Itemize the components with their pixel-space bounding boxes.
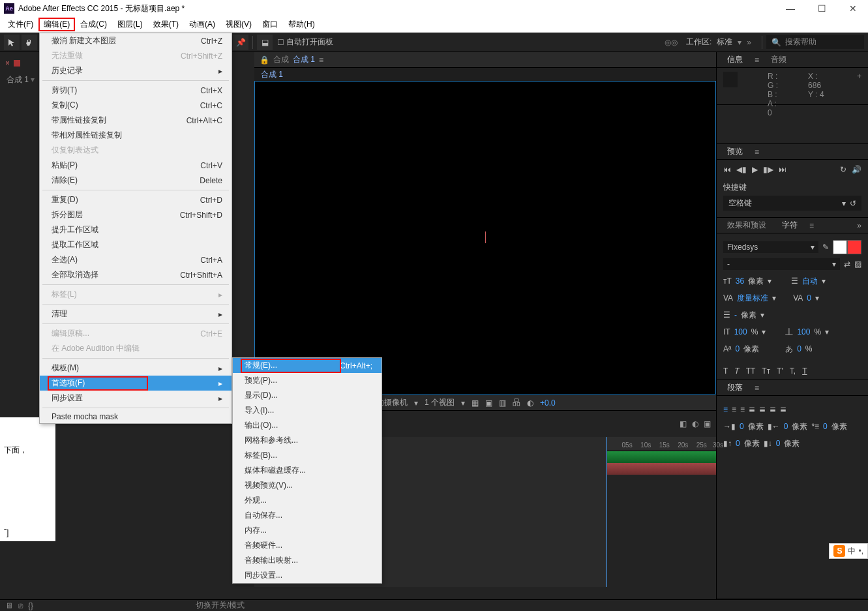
italic-button[interactable]: T [734, 366, 739, 376]
menu-item[interactable]: 撤消 新建文本图层Ctrl+Z [40, 33, 232, 48]
mute-icon[interactable]: 🔊 [852, 165, 861, 174]
menu-item[interactable]: 媒体和磁盘缓存... [233, 463, 382, 478]
menu-item[interactable]: 显示(D)... [233, 388, 382, 403]
menu-item[interactable]: 音频输出映射... [233, 553, 382, 568]
tl-opt-icon[interactable]: ▣ [704, 419, 711, 428]
prev-frame-icon[interactable]: ◀▮ [736, 165, 747, 174]
close-icon[interactable]: × [5, 59, 10, 68]
panel-menu-icon[interactable]: ≡ [755, 55, 759, 65]
workspace-more-icon[interactable]: » [747, 38, 751, 47]
ime-badge[interactable]: S 中 •, [829, 543, 868, 559]
menu-item[interactable]: 复制(C)Ctrl+C [40, 98, 232, 113]
pin-tool-icon[interactable]: 📌 [233, 35, 248, 50]
workspace-select[interactable]: 标准 [717, 37, 732, 48]
menu-item[interactable]: Paste mocha mask [40, 410, 232, 423]
menu-item[interactable]: 粘贴(P)Ctrl+V [40, 158, 232, 173]
vscale-value[interactable]: 100 [734, 327, 747, 336]
kerning-value[interactable]: 度量标准 [737, 293, 768, 304]
hand-tool-icon[interactable] [22, 35, 37, 50]
menu-item[interactable]: 预览(P)... [233, 373, 382, 388]
layer-track[interactable] [606, 451, 716, 463]
layer-track[interactable] [606, 463, 716, 475]
panel-lock-icon[interactable]: 🔒 [260, 55, 269, 65]
switches-modes-toggle[interactable]: 切换开关/模式 [196, 600, 245, 611]
menu-composition[interactable]: 合成(C) [75, 18, 112, 31]
tab-paragraph[interactable]: 段落 [723, 381, 747, 395]
indent-first-value[interactable]: 0 [823, 422, 828, 431]
menu-item[interactable]: 清除(E)Delete [40, 173, 232, 188]
exposure-value[interactable]: +0.0 [540, 398, 556, 408]
menu-view[interactable]: 视图(V) [220, 18, 257, 31]
indent-right-value[interactable]: 0 [784, 422, 788, 431]
fill-color[interactable] [833, 240, 847, 254]
play-icon[interactable]: ▶ [752, 165, 758, 174]
grid-icon[interactable]: ▦ [471, 398, 479, 408]
indent-left-value[interactable]: 0 [740, 422, 744, 431]
loop-icon[interactable]: ↻ [840, 165, 846, 174]
menu-item[interactable]: 清理 ▸ [40, 306, 232, 321]
viewer-comp-name[interactable]: 合成 1 [293, 54, 315, 65]
selection-tool-icon[interactable] [4, 35, 20, 50]
menu-layer[interactable]: 图层(L) [112, 18, 148, 31]
menu-item[interactable]: 全部取消选择Ctrl+Shift+A [40, 267, 232, 282]
tab-audio[interactable]: 音频 [767, 53, 790, 67]
align-center-icon[interactable]: ≡ [732, 405, 736, 414]
tab-effects-presets[interactable]: 效果和预设 [723, 218, 770, 232]
menu-item[interactable]: 重复(D)Ctrl+D [40, 192, 232, 207]
status-icon[interactable]: ⎚ [18, 601, 23, 610]
first-frame-icon[interactable]: ⏮ [723, 165, 731, 174]
menu-item[interactable]: 模板(M) ▸ [40, 361, 232, 376]
font-family-select[interactable]: Fixedsys▾ [723, 241, 818, 253]
menu-item[interactable]: 标签(B)... [233, 448, 382, 463]
menu-file[interactable]: 文件(F) [3, 18, 38, 31]
tsume-value[interactable]: 0 [797, 344, 801, 353]
views-select[interactable]: 1 个视图 [425, 397, 455, 408]
overflow-icon[interactable]: » [857, 221, 861, 230]
reset-exposure-icon[interactable]: 品 [513, 397, 520, 408]
menu-item[interactable]: 自动保存... [233, 508, 382, 523]
menu-item[interactable]: 提取工作区域 [40, 237, 232, 252]
tab-info[interactable]: 信息 [723, 53, 747, 67]
menu-item[interactable]: 视频预览(V)... [233, 478, 382, 493]
menu-item[interactable]: 常规(E)...Ctrl+Alt+; [233, 358, 382, 373]
bold-button[interactable]: T [723, 366, 728, 376]
justify-center-icon[interactable]: ≣ [759, 405, 766, 414]
composition-viewer[interactable] [254, 81, 716, 395]
menu-item[interactable]: 内存... [233, 523, 382, 538]
vr-icon[interactable]: ◎◎ [665, 38, 678, 47]
menu-item[interactable]: 剪切(T)Ctrl+X [40, 83, 232, 98]
baseline-value[interactable]: 0 [735, 344, 740, 353]
panel-menu-icon[interactable]: ≡ [755, 383, 759, 393]
menu-item[interactable]: 同步设置 ▸ [40, 391, 232, 406]
space-after-value[interactable]: 0 [776, 439, 781, 448]
menu-item[interactable]: 提升工作区域 [40, 222, 232, 237]
space-before-value[interactable]: 0 [736, 439, 740, 448]
eyedropper-icon[interactable]: ✎ [822, 243, 829, 252]
viewer-breadcrumb[interactable]: 合成 1 [254, 68, 716, 81]
menu-item[interactable]: 导入(I)... [233, 403, 382, 418]
menu-item[interactable]: 同步设置... [233, 568, 382, 583]
menu-item[interactable]: 历史记录 ▸ [40, 63, 232, 78]
close-button[interactable]: ✕ [845, 3, 861, 14]
menu-item[interactable]: 拆分图层Ctrl+Shift+D [40, 207, 232, 222]
smallcaps-button[interactable]: Tт [762, 366, 770, 376]
last-frame-icon[interactable]: ⏭ [779, 165, 786, 174]
chevron-down-icon[interactable]: ▾ [738, 38, 741, 47]
minimize-button[interactable]: — [782, 3, 799, 14]
menu-item[interactable]: 音频硬件... [233, 538, 382, 553]
menu-item[interactable]: 外观... [233, 493, 382, 508]
swap-colors-icon[interactable]: ⇄ [844, 260, 850, 269]
reset-icon[interactable]: ↺ [850, 199, 856, 208]
snap-icon[interactable]: ⬓ [257, 35, 273, 50]
channel-icon[interactable]: ▥ [499, 398, 506, 408]
hscale-value[interactable]: 100 [797, 327, 810, 336]
panel-menu-icon[interactable]: ≡ [755, 147, 759, 156]
superscript-button[interactable]: T' [777, 366, 783, 376]
maximize-button[interactable]: ☐ [813, 3, 830, 14]
justify-all-icon[interactable]: ≣ [780, 405, 786, 414]
next-frame-icon[interactable]: ▮▶ [763, 165, 773, 174]
menu-effect[interactable]: 效果(T) [148, 18, 184, 31]
subscript-button[interactable]: T, [790, 366, 796, 376]
time-ruler[interactable]: 05s 10s 15s 20s 25s 30s [606, 437, 716, 451]
justify-left-icon[interactable]: ≣ [749, 405, 755, 414]
